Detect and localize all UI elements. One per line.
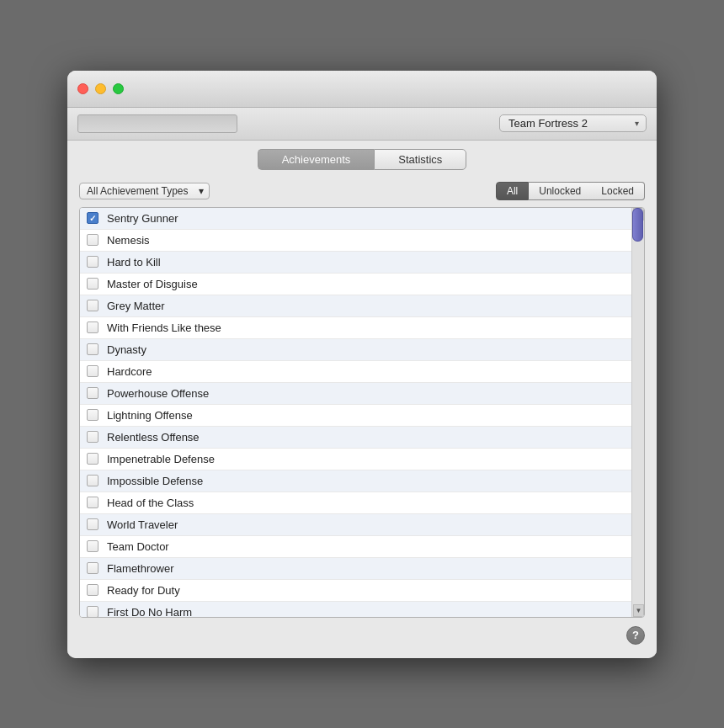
achievement-checkbox[interactable] <box>87 409 98 421</box>
achievement-name: Lightning Offense <box>107 409 193 422</box>
achievement-name: Hard to Kill <box>107 256 161 268</box>
maximize-button[interactable] <box>113 83 124 94</box>
achievement-name: Dynasty <box>107 343 146 356</box>
achievement-type-label: All Achievement Types <box>87 185 189 197</box>
achievement-checkbox[interactable] <box>87 256 98 268</box>
achievement-checkbox[interactable] <box>87 453 98 465</box>
achievement-list: Sentry GunnerNemesisHard to KillMaster o… <box>80 208 644 618</box>
scrollbar-track: ▲ ▼ <box>631 208 644 617</box>
achievement-name: Head of the Class <box>107 497 194 509</box>
achievement-checkbox[interactable] <box>87 584 98 596</box>
achievement-checkbox[interactable] <box>87 518 98 530</box>
list-item: Impenetrable Defense <box>80 449 644 470</box>
help-button[interactable]: ? <box>626 626 645 645</box>
achievement-name: Impossible Defense <box>107 475 203 487</box>
list-item: Nemesis <box>80 230 644 252</box>
achievement-checkbox[interactable] <box>87 606 98 618</box>
list-item: Head of the Class <box>80 492 644 514</box>
achievement-checkbox[interactable] <box>87 278 98 290</box>
list-item: Flamethrower <box>80 558 644 580</box>
filter-unlocked-button[interactable]: Unlocked <box>529 182 591 200</box>
tab-statistics[interactable]: Statistics <box>374 149 466 170</box>
toolbar: Team Fortress 2 ▾ <box>67 108 657 141</box>
scrollbar-thumb[interactable] <box>632 208 643 242</box>
achievement-checkbox[interactable] <box>87 365 98 377</box>
achievement-list-container: Sentry GunnerNemesisHard to KillMaster o… <box>79 207 645 618</box>
content-area: Achievements Statistics All Achievement … <box>67 141 657 658</box>
achievement-name: First Do No Harm <box>107 606 192 618</box>
game-selector-arrow-icon: ▾ <box>635 119 639 128</box>
game-selector[interactable]: Team Fortress 2 ▾ <box>499 114 647 132</box>
achievement-checkbox[interactable] <box>87 234 98 246</box>
achievement-type-arrow-icon: ▾ <box>199 185 204 197</box>
minimize-button[interactable] <box>95 83 106 94</box>
achievement-checkbox[interactable] <box>87 497 98 508</box>
list-item: With Friends Like these <box>80 317 644 339</box>
achievement-checkbox[interactable] <box>87 387 98 399</box>
achievement-checkbox[interactable] <box>87 300 98 311</box>
filter-all-button[interactable]: All <box>496 182 529 200</box>
list-item: Hard to Kill <box>80 252 644 274</box>
list-item: Impossible Defense <box>80 470 644 492</box>
achievement-name: Nemesis <box>107 234 150 247</box>
list-item: Powerhouse Offense <box>80 383 644 405</box>
achievement-name: With Friends Like these <box>107 321 221 334</box>
list-item: Ready for Duty <box>80 580 644 602</box>
achievement-name: Master of Disguise <box>107 278 198 290</box>
filter-bar: All Achievement Types ▾ All Unlocked Loc… <box>67 177 657 205</box>
achievement-name: Powerhouse Offense <box>107 387 209 400</box>
scrollbar-down-arrow[interactable]: ▼ <box>633 604 644 617</box>
achievement-checkbox[interactable] <box>87 540 98 552</box>
close-button[interactable] <box>77 83 88 94</box>
list-item: World Traveler <box>80 514 644 536</box>
achievement-name: Flamethrower <box>107 562 173 575</box>
achievement-checkbox[interactable] <box>87 212 98 224</box>
game-selector-text: Team Fortress 2 <box>508 117 588 130</box>
search-bar <box>77 114 237 133</box>
filter-buttons: All Unlocked Locked <box>496 182 645 200</box>
achievement-name: Hardcore <box>107 365 152 378</box>
tab-bar: Achievements Statistics <box>67 141 657 177</box>
tab-achievements[interactable]: Achievements <box>258 149 375 170</box>
achievement-name: Ready for Duty <box>107 584 180 597</box>
achievement-name: World Traveler <box>107 518 178 531</box>
achievement-name: Relentless Offense <box>107 431 200 444</box>
filter-locked-button[interactable]: Locked <box>591 182 645 200</box>
bottom-bar: ? <box>67 618 657 645</box>
list-item: First Do No Harm <box>80 602 644 618</box>
list-item: Hardcore <box>80 361 644 383</box>
titlebar <box>67 71 657 108</box>
main-window: Team Fortress 2 ▾ Achievements Statistic… <box>67 71 657 658</box>
list-item: Team Doctor <box>80 536 644 558</box>
achievement-checkbox[interactable] <box>87 475 98 486</box>
list-item: Sentry Gunner <box>80 208 644 230</box>
achievement-name: Impenetrable Defense <box>107 453 215 465</box>
list-item: Relentless Offense <box>80 427 644 449</box>
achievement-name: Grey Matter <box>107 300 165 312</box>
achievement-name: Sentry Gunner <box>107 212 178 225</box>
achievement-type-dropdown[interactable]: All Achievement Types ▾ <box>79 183 210 199</box>
list-item: Grey Matter <box>80 295 644 317</box>
achievement-checkbox[interactable] <box>87 321 98 333</box>
list-item: Master of Disguise <box>80 274 644 295</box>
list-item: Lightning Offense <box>80 405 644 427</box>
list-item: Dynasty <box>80 339 644 361</box>
achievement-name: Team Doctor <box>107 540 169 553</box>
achievement-checkbox[interactable] <box>87 431 98 443</box>
achievement-checkbox[interactable] <box>87 343 98 355</box>
achievement-checkbox[interactable] <box>87 562 98 574</box>
